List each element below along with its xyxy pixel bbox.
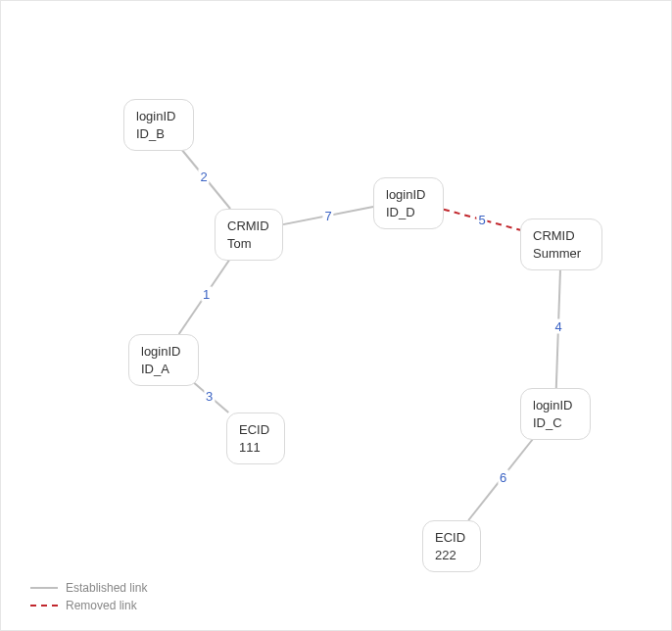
graph-node-tom: CRMIDTom: [215, 209, 283, 261]
legend-label-established: Established link: [66, 581, 147, 595]
node-value-label: 222: [435, 547, 468, 564]
legend-row-established: Established link: [30, 581, 147, 595]
legend-swatch-established: [30, 587, 58, 589]
legend: Established link Removed link: [30, 577, 147, 612]
node-value-label: ID_C: [533, 414, 578, 432]
graph-node-id_c: loginIDID_C: [520, 388, 591, 440]
graph-links-layer: [1, 1, 672, 631]
graph-node-id_a: loginIDID_A: [128, 334, 199, 386]
node-type-label: loginID: [533, 397, 578, 414]
node-type-label: ECID: [239, 421, 272, 439]
edge-label-tom-id_d: 7: [322, 209, 333, 223]
edge-label-id_c-ecid222: 6: [498, 469, 508, 484]
graph-node-id_d: loginIDID_D: [373, 177, 444, 229]
node-value-label: Tom: [227, 235, 270, 253]
graph-node-ecid111: ECID111: [226, 413, 285, 464]
node-type-label: CRMID: [227, 218, 270, 235]
graph-node-ecid222: ECID222: [422, 520, 481, 572]
edge-label-id_a-ecid111: 3: [204, 389, 215, 404]
node-value-label: ID_A: [141, 361, 186, 378]
edge-label-tom-id_a: 1: [201, 287, 212, 302]
node-value-label: ID_D: [386, 204, 431, 221]
node-type-label: loginID: [141, 343, 186, 361]
node-type-label: loginID: [386, 186, 431, 204]
node-value-label: 111: [239, 439, 272, 457]
identity-graph-canvas: loginIDID_BCRMIDTomloginIDID_DCRMIDSumme…: [0, 0, 672, 631]
edge-label-summer-id_c: 4: [552, 318, 563, 333]
graph-node-summer: CRMIDSummer: [520, 218, 602, 270]
node-type-label: CRMID: [533, 227, 590, 245]
legend-label-removed: Removed link: [66, 599, 137, 612]
legend-swatch-removed: [30, 605, 58, 607]
node-type-label: loginID: [136, 108, 181, 125]
edge-label-id_d-summer: 5: [476, 213, 487, 227]
node-value-label: Summer: [533, 245, 590, 263]
edge-label-id_b-tom: 2: [198, 170, 209, 184]
graph-node-id_b: loginIDID_B: [123, 99, 194, 151]
node-type-label: ECID: [435, 529, 468, 547]
node-value-label: ID_B: [136, 125, 181, 143]
legend-row-removed: Removed link: [30, 599, 147, 612]
